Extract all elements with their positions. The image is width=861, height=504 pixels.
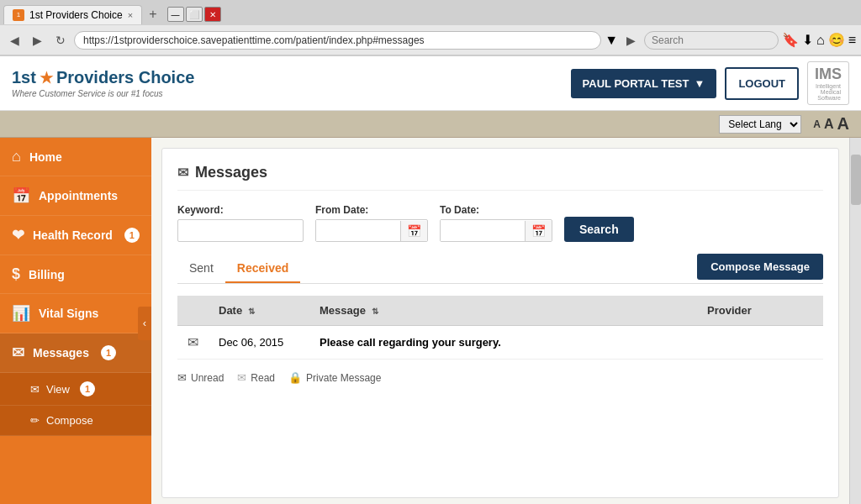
messages-table: Date ⇅ Message ⇅ Provider bbox=[177, 296, 823, 360]
to-date-calendar-icon[interactable]: 📅 bbox=[525, 221, 552, 241]
minimize-btn[interactable]: — bbox=[167, 7, 184, 22]
new-tab-btn[interactable]: + bbox=[142, 3, 163, 25]
scrollbar[interactable] bbox=[849, 138, 861, 504]
browser-nav: ◀ ▶ ↻ ▼ ▶ 🔖 ⬇ ⌂ 😊 ≡ bbox=[0, 25, 861, 55]
tabs-row: Sent Received Compose Message bbox=[177, 254, 823, 284]
from-date-wrapper: 📅 bbox=[315, 219, 428, 242]
sidebar: ⌂ Home 📅 Appointments ❤ Health Record 1 … bbox=[0, 138, 151, 504]
logo-star: ★ bbox=[40, 69, 53, 87]
sidebar-item-appointments[interactable]: 📅 Appointments bbox=[0, 176, 151, 216]
portal-btn[interactable]: PAUL PORTAL TEST ▼ bbox=[571, 69, 717, 98]
legend-unread-label: Unread bbox=[191, 372, 224, 384]
bookmark-icon[interactable]: 🔖 bbox=[782, 32, 799, 48]
tab-received[interactable]: Received bbox=[225, 255, 300, 283]
to-date-label: To Date: bbox=[440, 204, 552, 216]
ims-subtext: IntelligentMedicalSoftware bbox=[816, 83, 841, 101]
sidebar-item-health-record[interactable]: ❤ Health Record 1 bbox=[0, 216, 151, 255]
sidebar-sub-view[interactable]: ✉ View 1 bbox=[0, 373, 151, 406]
row-provider-cell bbox=[697, 326, 823, 360]
row-message-cell: Please call regarding your surgery. bbox=[309, 326, 697, 360]
refresh-btn[interactable]: ↻ bbox=[50, 31, 71, 50]
download-icon[interactable]: ⬇ bbox=[802, 32, 813, 48]
legend-read: ✉ Read bbox=[237, 371, 275, 384]
content-area: ✉ Messages Keyword: From Date: 📅 To bbox=[151, 138, 849, 504]
search-button[interactable]: Search bbox=[564, 217, 634, 242]
logout-btn[interactable]: LOGOUT bbox=[725, 67, 799, 100]
unread-legend-icon: ✉ bbox=[177, 371, 187, 384]
sidebar-item-messages[interactable]: ✉ Messages 1 bbox=[0, 333, 151, 373]
sidebar-sub-compose[interactable]: ✏ Compose bbox=[0, 406, 151, 436]
font-increase-btn[interactable]: A bbox=[824, 117, 834, 132]
home-icon: ⌂ bbox=[12, 148, 21, 165]
th-provider: Provider bbox=[697, 296, 823, 326]
tab-close-btn[interactable]: × bbox=[128, 10, 133, 20]
logo-suffix: Providers Choice bbox=[56, 68, 195, 87]
sidebar-label-vital-signs: Vital Signs bbox=[39, 307, 98, 320]
language-select[interactable]: Select Lang bbox=[719, 115, 801, 134]
back-btn[interactable]: ◀ bbox=[5, 31, 24, 50]
th-date-label: Date bbox=[219, 304, 242, 317]
sidebar-label-appointments: Appointments bbox=[39, 189, 118, 202]
date-sort-icon: ⇅ bbox=[248, 307, 255, 316]
portal-dropdown-icon: ▼ bbox=[695, 77, 705, 90]
legend-unread: ✉ Unread bbox=[177, 371, 224, 384]
sidebar-item-home[interactable]: ⌂ Home bbox=[0, 138, 151, 176]
logo: 1st ★ Providers Choice bbox=[12, 68, 194, 87]
keyword-group: Keyword: bbox=[177, 204, 304, 242]
sidebar-sub-label-compose: Compose bbox=[46, 414, 93, 427]
browser-search-input[interactable] bbox=[644, 31, 779, 50]
from-date-input[interactable] bbox=[316, 220, 400, 241]
from-date-label: From Date: bbox=[315, 204, 428, 216]
section-title: ✉ Messages bbox=[177, 164, 823, 191]
sidebar-item-vital-signs[interactable]: 📊 Vital Signs bbox=[0, 294, 151, 333]
sidebar-item-billing[interactable]: $ Billing bbox=[0, 255, 151, 294]
font-increase-lg-btn[interactable]: A bbox=[837, 114, 849, 134]
menu-icon[interactable]: ≡ bbox=[848, 33, 856, 48]
message-unread-icon: ✉ bbox=[188, 335, 198, 349]
logo-prefix: 1st bbox=[12, 68, 36, 87]
tab-sent[interactable]: Sent bbox=[177, 255, 225, 283]
legend: ✉ Unread ✉ Read 🔒 Private Message bbox=[177, 371, 823, 384]
close-btn[interactable]: ✕ bbox=[204, 7, 221, 22]
forward-btn[interactable]: ▶ bbox=[28, 31, 47, 50]
th-date[interactable]: Date ⇅ bbox=[209, 296, 309, 326]
view-icon: ✉ bbox=[30, 383, 40, 396]
tab-title: 1st Providers Choice bbox=[29, 9, 123, 21]
to-date-group: To Date: 📅 bbox=[440, 204, 552, 242]
from-date-calendar-icon[interactable]: 📅 bbox=[400, 221, 427, 241]
health-record-badge: 1 bbox=[124, 228, 140, 243]
sidebar-sub-menu: ✉ View 1 ✏ Compose bbox=[0, 373, 151, 436]
th-message[interactable]: Message ⇅ bbox=[309, 296, 697, 326]
row-date-cell: Dec 06, 2015 bbox=[209, 326, 309, 360]
sidebar-label-billing: Billing bbox=[29, 268, 65, 281]
sidebar-collapse-btn[interactable]: ‹ bbox=[138, 307, 151, 340]
scrollbar-thumb[interactable] bbox=[851, 155, 861, 205]
legend-private-label: Private Message bbox=[306, 372, 381, 384]
portal-btn-label: PAUL PORTAL TEST bbox=[583, 77, 689, 90]
emoji-icon[interactable]: 😊 bbox=[828, 32, 845, 48]
table-body: ✉ Dec 06, 2015 Please call regarding you… bbox=[177, 326, 823, 360]
browser-tabs: 1 1st Providers Choice × + — ⬜ ✕ bbox=[0, 0, 861, 25]
row-message: Please call regarding your surgery. bbox=[320, 336, 501, 349]
sidebar-label-health-record: Health Record bbox=[33, 228, 113, 242]
tab-received-label: Received bbox=[237, 261, 288, 275]
table-row[interactable]: ✉ Dec 06, 2015 Please call regarding you… bbox=[177, 326, 823, 360]
logo-area: 1st ★ Providers Choice Where Customer Se… bbox=[12, 68, 194, 98]
sidebar-label-home: Home bbox=[29, 150, 62, 164]
active-tab[interactable]: 1 1st Providers Choice × bbox=[3, 5, 142, 24]
keyword-input[interactable] bbox=[177, 219, 304, 242]
billing-icon: $ bbox=[12, 265, 20, 283]
to-date-input[interactable] bbox=[441, 220, 525, 241]
url-bar[interactable] bbox=[74, 31, 601, 50]
keyword-label: Keyword: bbox=[177, 204, 304, 216]
home-nav-icon[interactable]: ⌂ bbox=[816, 33, 825, 48]
maximize-btn[interactable]: ⬜ bbox=[186, 7, 203, 22]
to-date-wrapper: 📅 bbox=[440, 219, 552, 242]
compose-message-btn[interactable]: Compose Message bbox=[697, 254, 823, 280]
dropdown-icon[interactable]: ▼ bbox=[605, 33, 618, 48]
legend-read-label: Read bbox=[251, 372, 275, 384]
row-icon-cell: ✉ bbox=[177, 326, 209, 360]
font-decrease-btn[interactable]: A bbox=[813, 118, 821, 130]
table-header: Date ⇅ Message ⇅ Provider bbox=[177, 296, 823, 326]
go-btn[interactable]: ▶ bbox=[621, 31, 641, 50]
